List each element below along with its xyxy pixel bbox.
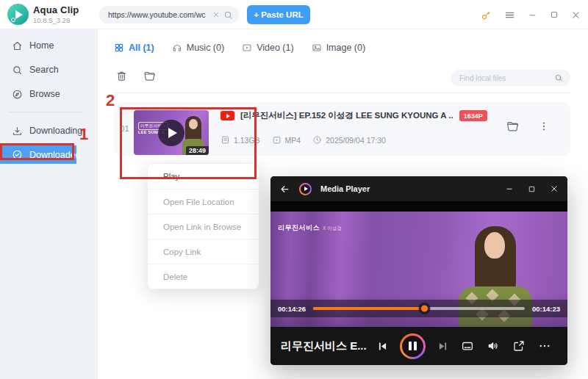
menu-item-open-file-location[interactable]: Open File Location	[148, 189, 259, 214]
seek-fill	[313, 307, 423, 310]
tab-label: Image (0)	[326, 43, 366, 53]
quality-badge: 1634P	[459, 110, 487, 121]
play-overlay-icon[interactable]	[158, 120, 184, 146]
delete-all-button[interactable]	[115, 70, 128, 82]
kebab-menu-icon[interactable]	[538, 120, 550, 132]
toolbar-divider	[114, 93, 570, 93]
media-player-window: Media Player 리무진서비스 X 이성경	[270, 176, 567, 365]
url-clear-icon[interactable]	[212, 11, 220, 18]
sidebar: Home Search Browse Downloading Downloade…	[0, 29, 98, 379]
downloading-icon	[12, 126, 23, 137]
item-duration: 28:49	[186, 146, 209, 155]
sidebar-item-home[interactable]: Home	[0, 35, 98, 56]
browse-icon	[12, 89, 23, 100]
close-icon[interactable]	[571, 10, 581, 20]
youtube-icon	[220, 111, 234, 120]
library-tabs: All (1) Music (0) Video (1) Image (0)	[114, 43, 365, 53]
more-icon[interactable]	[538, 339, 551, 353]
context-menu: Play Open File Location Open Link in Bro…	[147, 163, 259, 289]
music-icon	[172, 43, 182, 53]
player-progress-overlay: 00:14:26 00:14:23	[270, 300, 567, 317]
tab-label: All (1)	[129, 43, 154, 53]
folder-icon	[143, 70, 157, 82]
minimize-icon[interactable]	[528, 10, 537, 20]
trash-icon	[115, 70, 128, 82]
previous-icon[interactable]	[376, 340, 389, 353]
player-window-controls	[505, 184, 559, 193]
item-thumbnail[interactable]: 리무진서비스 LEE SUNG K 28:49	[134, 110, 209, 155]
seek-bar[interactable]	[313, 307, 525, 310]
tab-all[interactable]: All (1)	[114, 43, 154, 53]
item-size: 1.13GB	[220, 135, 260, 145]
item-datetime: 2025/09/04 17:30	[312, 135, 386, 145]
app-logo-icon	[7, 4, 29, 25]
sidebar-item-label: Home	[29, 40, 54, 51]
player-maximize-icon[interactable]	[528, 185, 536, 193]
item-actions	[505, 120, 550, 133]
home-icon	[12, 40, 23, 51]
menu-item-delete[interactable]: Delete	[148, 264, 259, 289]
app-window: Aqua Clip 10.8.5_3.29 + Paste URL	[0, 0, 588, 379]
tab-video[interactable]: Video (1)	[242, 43, 294, 53]
sidebar-item-label: Browse	[29, 89, 60, 99]
item-format: MP4	[272, 135, 301, 145]
player-titlebar: Media Player	[270, 176, 567, 201]
item-title-row: [리무진서비스] EP.152 이성경 LEE SUNG KYOUNG A ..…	[220, 110, 507, 121]
player-close-icon[interactable]	[550, 184, 559, 193]
tab-music[interactable]: Music (0)	[172, 43, 224, 53]
tab-image[interactable]: Image (0)	[312, 43, 366, 53]
next-icon[interactable]	[437, 340, 449, 353]
downloaded-check-icon	[12, 149, 23, 160]
downloaded-item-row[interactable]: 01 리무진서비스 LEE SUNG K 28:49 [리무진서비스] EP.1…	[114, 102, 570, 156]
tab-label: Video (1)	[257, 43, 294, 53]
back-icon[interactable]	[279, 184, 290, 195]
sidebar-item-search[interactable]: Search	[0, 59, 98, 80]
search-icon	[12, 65, 23, 76]
license-key-icon[interactable]	[481, 10, 492, 21]
playback-controls	[376, 333, 449, 359]
sidebar-divider	[9, 112, 82, 112]
menu-item-open-link-in-browse[interactable]: Open Link in Browse	[148, 214, 259, 239]
local-search-icon[interactable]	[554, 73, 563, 82]
sidebar-item-label: Search	[29, 65, 59, 75]
item-meta-row: 1.13GB MP4 2025/09/04 17:30	[220, 135, 386, 145]
player-video-area[interactable]: 리무진서비스 X 이성경 00:14:26	[270, 201, 567, 327]
image-icon	[312, 43, 322, 53]
url-bar	[99, 6, 239, 24]
open-folder-button[interactable]	[143, 70, 157, 82]
grid-icon	[114, 43, 124, 53]
app-version: 10.8.5_3.29	[33, 16, 70, 24]
url-input[interactable]	[108, 10, 212, 19]
popout-icon[interactable]	[512, 339, 526, 353]
sidebar-item-label: Downloading	[29, 126, 82, 136]
window-controls	[481, 0, 581, 29]
file-size-icon	[220, 135, 230, 145]
menu-item-copy-link[interactable]: Copy Link	[148, 239, 259, 264]
video-brand-tag: 리무진서비스 X 이성경	[278, 223, 342, 233]
video-brand-sub: X 이성경	[323, 225, 342, 232]
tab-label: Music (0)	[187, 43, 224, 53]
clock-icon	[312, 135, 322, 145]
maximize-icon[interactable]	[550, 10, 559, 19]
sidebar-item-downloading[interactable]: Downloading	[0, 120, 98, 141]
subtitle-icon[interactable]	[461, 339, 474, 353]
format-icon	[272, 135, 282, 145]
local-search-input[interactable]	[459, 74, 554, 82]
open-file-folder-button[interactable]	[505, 120, 520, 133]
sidebar-item-downloaded[interactable]: Downloaded	[0, 145, 76, 164]
volume-icon[interactable]	[487, 339, 500, 353]
player-control-bar: 리무진서비스 E...	[270, 327, 567, 365]
menu-icon[interactable]	[504, 10, 515, 21]
paste-url-button[interactable]: + Paste URL	[247, 5, 310, 24]
player-window-title: Media Player	[320, 184, 370, 193]
player-minimize-icon[interactable]	[505, 184, 514, 193]
video-brand: 리무진서비스	[278, 223, 320, 233]
open-folder-icon	[505, 120, 520, 133]
menu-item-play[interactable]: Play	[148, 164, 259, 189]
secondary-controls	[461, 339, 551, 353]
url-search-icon[interactable]	[223, 10, 233, 20]
pause-button[interactable]	[400, 333, 426, 359]
sidebar-item-browse[interactable]: Browse	[0, 84, 98, 104]
seek-knob[interactable]	[421, 306, 428, 312]
now-playing-title: 리무진서비스 E...	[281, 339, 375, 353]
